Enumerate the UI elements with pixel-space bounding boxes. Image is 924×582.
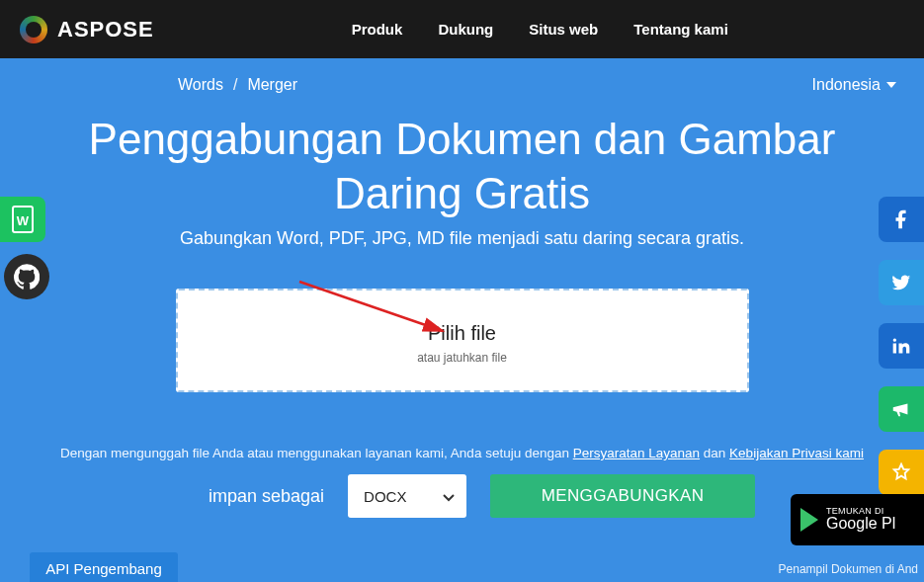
developer-api-button[interactable]: API Pengembang: [30, 552, 178, 582]
github-button[interactable]: [4, 254, 49, 299]
google-play-text: TEMUKAN DI Google Pl: [826, 507, 895, 533]
file-dropzone[interactable]: Pilih file atau jatuhkan file: [176, 289, 749, 392]
chevron-down-icon: [443, 488, 455, 505]
page-subtitle: Gabungkan Word, PDF, JPG, MD file menjad…: [0, 228, 924, 249]
brand-text: ASPOSE: [57, 17, 154, 42]
save-as-label: impan sebagai: [209, 486, 324, 507]
nav-about[interactable]: Tentang kami: [633, 21, 728, 38]
file-w-icon: W: [11, 206, 35, 233]
merge-button[interactable]: MENGGABUNGKAN: [490, 474, 755, 518]
privacy-link[interactable]: Kebijakan Privasi kami: [729, 446, 864, 460]
play-icon: [800, 508, 818, 532]
star-icon: [890, 461, 912, 483]
breadcrumb-merger[interactable]: Merger: [247, 76, 297, 94]
pick-file-label: Pilih file: [190, 322, 735, 345]
format-select[interactable]: DOCX: [348, 474, 466, 518]
linkedin-icon: [891, 336, 911, 356]
nav-support[interactable]: Dukung: [438, 21, 493, 38]
svg-text:W: W: [17, 213, 30, 228]
github-icon: [14, 264, 40, 290]
language-selector[interactable]: Indonesia: [812, 76, 896, 94]
terms-prefix: Dengan mengunggah file Anda atau menggun…: [60, 446, 573, 460]
nav-site[interactable]: Situs web: [529, 21, 598, 38]
spiral-icon: [20, 16, 47, 43]
breadcrumb-words[interactable]: Words: [178, 76, 223, 94]
hero-section: Words / Merger Indonesia W: [0, 58, 924, 582]
terms-and: dan: [704, 446, 729, 460]
brand-logo[interactable]: ASPOSE: [20, 16, 154, 43]
gplay-big-text: Google Pl: [826, 516, 895, 533]
facebook-icon: [890, 208, 912, 230]
page-title: Penggabungan Dokumen dan Gambar Daring G…: [0, 112, 924, 220]
linkedin-button[interactable]: [879, 323, 924, 369]
language-label: Indonesia: [812, 76, 881, 94]
facebook-button[interactable]: [879, 197, 924, 242]
dropzone-container: Pilih file atau jatuhkan file: [176, 289, 749, 392]
word-addon-button[interactable]: W: [0, 197, 45, 242]
viewer-note: Penampil Dokumen di And: [779, 562, 918, 576]
chevron-down-icon: [886, 82, 896, 88]
favorite-button[interactable]: [879, 450, 924, 495]
drop-file-label: atau jatuhkan file: [190, 351, 735, 365]
twitter-icon: [890, 272, 912, 293]
nav-product[interactable]: Produk: [352, 21, 403, 38]
twitter-button[interactable]: [879, 260, 924, 305]
tos-link[interactable]: Persyaratan Layanan: [573, 446, 700, 460]
breadcrumb-separator: /: [233, 76, 237, 94]
announce-button[interactable]: [879, 386, 924, 432]
terms-line: Dengan mengunggah file Anda atau menggun…: [0, 446, 924, 460]
google-play-badge[interactable]: TEMUKAN DI Google Pl: [791, 494, 924, 545]
action-row: impan sebagai DOCX MENGGABUNGKAN: [0, 474, 924, 518]
main-nav: Produk Dukung Situs web Tentang kami: [352, 21, 728, 38]
format-selected-value: DOCX: [364, 488, 406, 505]
megaphone-icon: [890, 398, 912, 420]
social-column: [879, 197, 924, 495]
api-buttons: API Pengembang Cloud API: [30, 552, 178, 582]
top-navbar: ASPOSE Produk Dukung Situs web Tentang k…: [0, 0, 924, 58]
